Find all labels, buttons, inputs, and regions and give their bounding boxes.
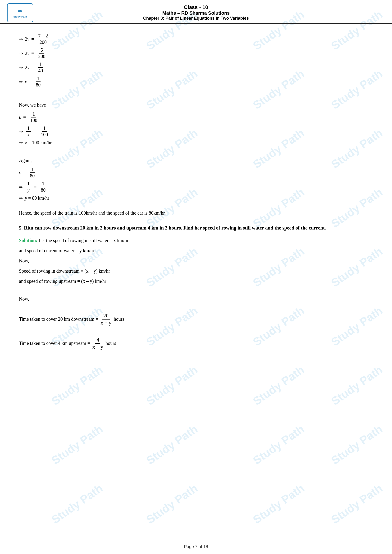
watermark-32: Study Path (49, 482, 105, 526)
header-chapter: Chapter 3: Pair of Linear Equations in T… (143, 16, 249, 21)
problem-5: 5. Ritu can row downstream 20 km in 2 ho… (19, 224, 373, 232)
math-line-y-val: ⇒ y = 80 km/hr (19, 195, 373, 201)
solution-intro: Solution: Let the speed of rowing in sti… (19, 236, 373, 245)
math-line-u: u = 1 100 (19, 111, 373, 123)
frac-5-200: 5 200 (37, 47, 46, 59)
frac-7minus2-200: 7 − 2 200 (37, 33, 49, 45)
frac-den-xplusy: x + y (99, 319, 112, 326)
watermark-25: Study Path (144, 363, 200, 408)
eq-v2: = (23, 170, 26, 175)
frac-num-1d: 1 (26, 125, 31, 132)
solution-line2: and speed of current of water = y km/hr (19, 247, 373, 255)
watermark-26: Study Path (251, 363, 307, 408)
arrow-1: ⇒ (19, 36, 23, 42)
page-container: Study PathStudy PathStudy PathStudy Path… (0, 0, 392, 554)
watermark-35: Study Path (329, 482, 385, 526)
watermark-31: Study Path (329, 422, 385, 467)
var-v: v (25, 79, 27, 84)
y-val-text: y = 80 km/hr (25, 195, 49, 201)
math-line-3: ⇒ 2v = 1 40 (19, 62, 373, 73)
math-line-v2: v = 1 80 (19, 167, 373, 179)
frac-den-80b: 80 (29, 173, 36, 179)
solution-line1: Let the speed of rowing in still water =… (37, 238, 128, 243)
time-downstream-line: Time taken to cover 20 km downstream = 2… (19, 313, 373, 326)
frac-num-5: 5 (39, 47, 44, 54)
frac-num-20: 20 (102, 313, 110, 319)
frac-den-y: y (26, 187, 31, 193)
time-upstream-line: Time taken to cover 4 km upstream = 4 x … (19, 337, 373, 350)
frac-den-xminusy: x − y (91, 344, 104, 350)
frac-num-1h: 1 (41, 181, 46, 187)
eq-u: = (23, 115, 26, 120)
math-line-1: ⇒ 2v = 7 − 2 200 (19, 33, 373, 45)
arrow-6: ⇒ (19, 140, 23, 145)
solution-line3: Now, (19, 257, 373, 265)
arrow-5: ⇒ (19, 129, 23, 134)
header-subject: Maths – RD Sharma Solutions (143, 10, 249, 16)
frac-num-1a: 1 (38, 62, 43, 68)
time-upstream-unit: hours (105, 341, 116, 346)
var-2v-2: 2v (25, 51, 29, 56)
now-we-have: Now, we have (19, 101, 373, 109)
frac-1-80: 1 80 (35, 76, 42, 88)
var-v2: v (19, 170, 21, 175)
eq-5: = (34, 129, 36, 134)
frac-den-x: x (26, 132, 31, 137)
frac-num-1g: 1 (26, 181, 31, 187)
math-line-x-val: ⇒ x = 100 km/hr (19, 140, 373, 145)
frac-1-y: 1 y (26, 181, 31, 193)
main-content: ⇒ 2v = 7 − 2 200 ⇒ 2v = 5 200 ⇒ 2v = 1 4… (0, 24, 392, 368)
math-line-1x: ⇒ 1 x = 1 100 (19, 125, 373, 137)
watermark-30: Study Path (251, 422, 307, 467)
time-downstream-unit: hours (114, 316, 124, 322)
header-class: Class - 10 (143, 4, 249, 10)
header-titles: Class - 10 Maths – RD Sharma Solutions C… (143, 4, 249, 21)
var-u: u (19, 115, 21, 120)
arrow-2: ⇒ (19, 50, 23, 56)
frac-den-200: 200 (38, 39, 48, 45)
frac-num-1e: 1 (42, 125, 47, 132)
time-downstream-label: Time taken to cover 20 km downstream = (19, 316, 98, 322)
frac-1-100b: 1 100 (40, 125, 49, 137)
frac-num-4: 4 (95, 337, 100, 344)
logo: ✒ Study Path (7, 3, 33, 22)
solution-line4: Speed of rowing in downstream = (x + y) … (19, 267, 373, 275)
frac-den-40: 40 (37, 68, 44, 73)
time-upstream-label: Time taken to cover 4 km upstream = (19, 341, 90, 346)
eq-1: = (31, 36, 34, 42)
math-line-4: ⇒ v = 1 80 (19, 76, 373, 88)
frac-num-1c: 1 (31, 111, 36, 118)
arrow-8: ⇒ (19, 195, 23, 201)
frac-num-7-2: 7 − 2 (37, 33, 49, 39)
watermark-24: Study Path (49, 363, 105, 408)
logo-text: Study Path (13, 15, 27, 18)
var-2v-1: 2v (25, 36, 29, 42)
page-info: Page 7 of 18 (184, 544, 208, 549)
watermark-29: Study Path (144, 422, 200, 467)
frac-den-80c: 80 (40, 187, 47, 193)
solution-label: Solution: (19, 238, 37, 243)
x-val-text: x = 100 km/hr (25, 140, 52, 145)
frac-den-100b: 100 (40, 132, 49, 137)
frac-den-200b: 200 (37, 54, 46, 59)
frac-1-40: 1 40 (37, 62, 44, 73)
frac-num-1f: 1 (30, 167, 35, 173)
eq-7: = (34, 184, 36, 190)
watermark-27: Study Path (329, 363, 385, 408)
eq-4: = (29, 79, 32, 84)
solution-line5: and speed of rowing upstream = (x – y) k… (19, 277, 373, 285)
frac-1-80c: 1 80 (40, 181, 47, 193)
arrow-3: ⇒ (19, 65, 23, 70)
eq-3: = (31, 65, 34, 70)
watermark-28: Study Path (49, 422, 105, 467)
page-footer: Page 7 of 18 (0, 542, 392, 549)
math-line-2: ⇒ 2v = 5 200 (19, 47, 373, 59)
watermark-33: Study Path (144, 482, 200, 526)
logo-icon: ✒ (18, 7, 23, 15)
frac-den-80: 80 (35, 82, 42, 88)
frac-den-100: 100 (29, 118, 38, 123)
page-header: ✒ Study Path Class - 10 Maths – RD Sharm… (0, 0, 392, 24)
frac-1-80b: 1 80 (29, 167, 36, 179)
frac-num-1b: 1 (36, 76, 41, 82)
now2-text: Now, (19, 295, 373, 303)
